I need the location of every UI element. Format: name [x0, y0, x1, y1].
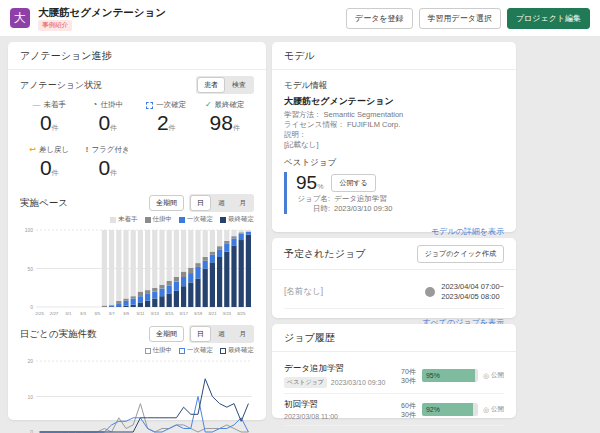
toggle-patient[interactable]: 患者 — [197, 77, 225, 93]
pace-chart-title: 実施ペース — [20, 197, 68, 210]
job-history-card: ジョブ履歴 データ追加学習 ベストジョブ 2023/03/10 09:30 70… — [272, 324, 516, 418]
stat-label: 最終確定 — [215, 100, 245, 110]
model-info-label: モデル情報 — [284, 80, 504, 92]
daily-chart-header: 日ごとの実施件数 全期間 日 週 月 — [20, 325, 254, 343]
job-date: 2023/03/08 11:00 — [284, 413, 338, 420]
publish-button[interactable]: 公開する — [331, 174, 375, 192]
app-header: 大 大腰筋セグメンテーション 事例紹介 データを登録 学習用データ選択 プロジェ… — [0, 0, 600, 36]
publish-status: ◎公開 — [483, 405, 504, 414]
scheduled-jobs-header: 予定されたジョブ ジョブのクイック作成 — [272, 238, 516, 270]
pace-tab-month[interactable]: 月 — [232, 195, 253, 211]
legend-swatch-final — [220, 217, 226, 223]
best-job-name-line: ジョブ名:データ追加学習 — [296, 194, 504, 204]
patient-exam-toggle: 患者 検査 — [196, 76, 254, 94]
stat-value: 98 — [210, 111, 233, 134]
daily-tab-week[interactable]: 週 — [211, 326, 232, 342]
job-history-row[interactable]: 初回学習 2023/03/08 11:00 60件 30件 92% ◎公開 — [284, 394, 504, 426]
best-job-label: ベストジョブ — [284, 157, 504, 169]
model-desc-value: [記載なし] — [284, 140, 504, 150]
legend-swatch-untouched — [110, 217, 116, 223]
stat-unit: 件 — [169, 124, 176, 131]
daily-period-all-button[interactable]: 全期間 — [149, 326, 184, 342]
svg-text:3/15: 3/15 — [165, 311, 174, 316]
model-desc-label: 説明： — [284, 130, 504, 140]
legend-label: 未着手 — [118, 215, 138, 224]
stat-working: ◔仕掛中 0件 — [79, 100, 138, 141]
register-data-button[interactable]: データを登録 — [346, 8, 413, 29]
model-license-line: ライセンス情報： FUJIFILM Corp. — [284, 120, 504, 130]
dashed-square-icon — [146, 102, 153, 109]
annotation-stats: —未着手 0件 ◔仕掛中 0件 一次確定 2件 ✓最終確定 98件 ↩差し戻し — [20, 100, 254, 186]
annotation-progress-card: アノテーション進捗 アノテーション状況 患者 検査 —未着手 0件 ◔仕掛中 0… — [8, 42, 266, 420]
svg-text:3/17: 3/17 — [179, 311, 188, 316]
stat-value: 0 — [98, 156, 110, 179]
stat-value: 0 — [40, 156, 52, 179]
case-badge: 事例紹介 — [38, 20, 72, 31]
stat-label: 一次確定 — [156, 100, 186, 110]
model-license-label: ライセンス情報： — [284, 120, 345, 129]
best-job-date-line: 日時:2023/03/10 09:30 — [296, 204, 504, 214]
job-history-row[interactable]: データ追加学習 ベストジョブ 2023/03/10 09:30 70件 30件 … — [284, 358, 504, 394]
exclamation-icon: ! — [86, 146, 89, 154]
annotation-progress-title: アノテーション進捗 — [8, 42, 266, 70]
pace-chart-controls: 全期間 日 週 月 — [149, 194, 254, 212]
best-job-badge: ベストジョブ — [284, 377, 327, 388]
quick-create-job-button[interactable]: ジョブのクイック作成 — [417, 245, 504, 263]
header-actions: データを登録 学習用データ選択 プロジェクト編集 — [346, 8, 590, 29]
svg-text:3/19: 3/19 — [194, 311, 203, 316]
daily-tab-month[interactable]: 月 — [232, 326, 253, 342]
public-icon: ◎ — [483, 372, 489, 380]
project-logo-letter: 大 — [14, 10, 26, 27]
pace-chart-legend: 未着手 仕掛中 一次確定 最終確定 — [20, 215, 254, 224]
model-card-body: モデル情報 大腰筋セグメンテーション 学習方法： Semantic Segmen… — [272, 70, 516, 246]
stat-unit: 件 — [233, 124, 240, 131]
daily-line-chart: 010202/252/273/13/33/53/73/93/113/133/15… — [20, 356, 254, 433]
daily-tab-day[interactable]: 日 — [190, 326, 211, 342]
job-counts: 70件 30件 — [401, 367, 416, 385]
stat-label: 差し戻し — [39, 145, 69, 155]
model-detail-link[interactable]: モデルの詳細を表示 — [431, 227, 504, 236]
legend-swatch-working — [145, 217, 151, 223]
legend-label: 最終確定 — [228, 346, 254, 355]
annotation-status-header: アノテーション状況 患者 検査 — [20, 76, 254, 94]
pace-tab-day[interactable]: 日 — [190, 195, 211, 211]
pace-period-all-button[interactable]: 全期間 — [149, 195, 184, 211]
scheduled-job-row[interactable]: [名前なし] 2023/04/04 07:00~ 2023/04/05 08:0… — [284, 276, 504, 309]
pace-tab-week[interactable]: 週 — [211, 195, 232, 211]
stat-returned: ↩差し戻し 0件 — [20, 145, 79, 186]
svg-text:3/13: 3/13 — [151, 311, 160, 316]
toggle-exam[interactable]: 検査 — [225, 77, 253, 93]
job-counts: 60件 30件 — [401, 401, 416, 419]
edit-project-button[interactable]: プロジェクト編集 — [507, 8, 590, 29]
scheduled-job-dates: 2023/04/04 07:00~ 2023/04/05 08:00 — [441, 282, 504, 302]
job-name: データ追加学習 — [284, 363, 395, 375]
stat-final-confirmed: ✓最終確定 98件 — [196, 100, 255, 141]
daily-chart-title: 日ごとの実施件数 — [20, 328, 97, 341]
legend-label: 一次確定 — [187, 346, 213, 355]
return-arrow-icon: ↩ — [29, 146, 36, 154]
clock-icon: ◔ — [93, 101, 98, 109]
stat-label: フラグ付き — [91, 145, 129, 155]
stat-label: 未着手 — [44, 100, 67, 110]
daily-chart-legend: 仕掛中 一次確定 最終確定 — [20, 346, 254, 355]
scheduled-job-date-start: 2023/04/04 07:00~ — [441, 282, 504, 292]
stat-value: 0 — [98, 111, 110, 134]
stat-unit: 件 — [110, 169, 117, 176]
model-name: 大腰筋セグメンテーション — [284, 95, 504, 108]
schedule-clock-icon — [425, 287, 435, 297]
svg-text:20: 20 — [27, 358, 33, 364]
best-job-date-label: 日時: — [296, 204, 330, 214]
stat-value: 2 — [157, 111, 169, 134]
stat-unit: 件 — [52, 124, 59, 131]
job-history-body: データ追加学習 ベストジョブ 2023/03/10 09:30 70件 30件 … — [272, 352, 516, 433]
pace-chart-header: 実施ペース 全期間 日 週 月 — [20, 194, 254, 212]
legend-label: 仕掛中 — [153, 346, 173, 355]
scheduled-job-name: [名前なし] — [284, 286, 425, 298]
model-card: モデル モデル情報 大腰筋セグメンテーション 学習方法： Semantic Se… — [272, 42, 516, 232]
svg-text:3/23: 3/23 — [223, 311, 232, 316]
best-job-block: 95% 公開する ジョブ名:データ追加学習 日時:2023/03/10 09:3… — [284, 172, 504, 214]
svg-text:2/25: 2/25 — [35, 311, 44, 316]
daily-chart-controls: 全期間 日 週 月 — [149, 325, 254, 343]
select-training-data-button[interactable]: 学習用データ選択 — [419, 8, 501, 29]
svg-text:3/11: 3/11 — [136, 311, 145, 316]
